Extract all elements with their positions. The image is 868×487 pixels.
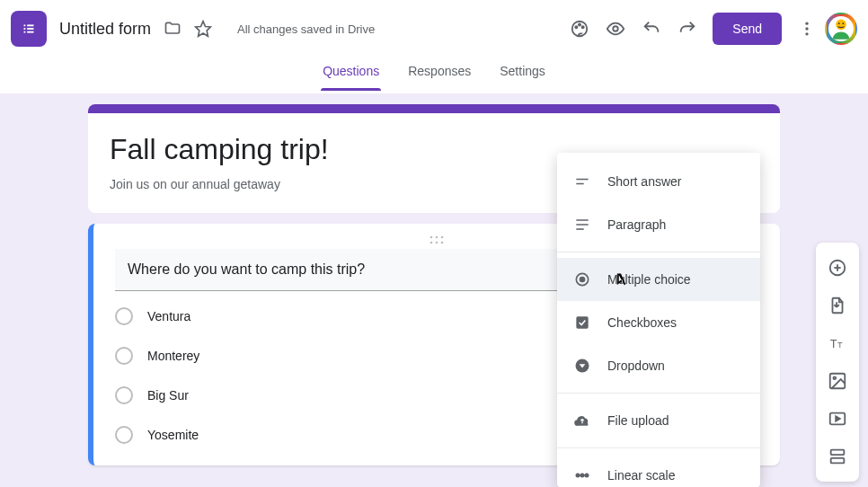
send-button[interactable]: Send bbox=[713, 13, 782, 45]
svg-point-17 bbox=[838, 22, 840, 24]
menu-separator bbox=[557, 252, 760, 252]
svg-point-39 bbox=[580, 474, 583, 476]
short-answer-icon bbox=[573, 173, 591, 190]
dropdown-icon bbox=[573, 357, 591, 375]
section-icon bbox=[828, 447, 847, 466]
import-icon bbox=[828, 296, 847, 315]
svg-point-14 bbox=[805, 27, 808, 30]
svg-rect-1 bbox=[24, 24, 26, 26]
menu-item-checkboxes[interactable]: Checkboxes bbox=[557, 301, 760, 344]
svg-text:T: T bbox=[837, 341, 843, 350]
menu-item-linear-scale[interactable]: Linear scale bbox=[557, 454, 760, 487]
star-button[interactable] bbox=[192, 18, 214, 40]
svg-rect-34 bbox=[576, 316, 588, 328]
menu-label: File upload bbox=[607, 413, 669, 428]
menu-item-dropdown[interactable]: Dropdown bbox=[557, 344, 760, 387]
forms-logo-icon bbox=[19, 19, 39, 39]
move-to-folder-button[interactable] bbox=[162, 18, 183, 40]
svg-point-23 bbox=[436, 242, 438, 244]
redo-button[interactable] bbox=[669, 11, 705, 47]
svg-rect-2 bbox=[27, 24, 33, 26]
document-title[interactable]: Untitled form bbox=[59, 20, 151, 39]
video-icon bbox=[828, 409, 847, 429]
svg-text:T: T bbox=[830, 337, 837, 350]
add-question-button[interactable] bbox=[819, 250, 855, 286]
editor-tabs: Questions Responses Settings bbox=[0, 58, 868, 93]
menu-item-paragraph[interactable]: Paragraph bbox=[557, 203, 760, 246]
import-questions-button[interactable] bbox=[819, 288, 855, 323]
svg-rect-4 bbox=[27, 28, 33, 30]
menu-label: Paragraph bbox=[607, 217, 666, 232]
svg-point-47 bbox=[833, 376, 836, 379]
menu-separator bbox=[557, 393, 760, 394]
add-image-toolbar-button[interactable] bbox=[819, 363, 855, 399]
option-label[interactable]: Yosemite bbox=[147, 428, 199, 442]
tab-questions[interactable]: Questions bbox=[321, 60, 381, 91]
title-icon: TT bbox=[828, 333, 847, 353]
linear-scale-icon bbox=[573, 466, 591, 484]
svg-rect-51 bbox=[831, 458, 845, 463]
svg-point-22 bbox=[430, 242, 433, 244]
menu-label: Linear scale bbox=[607, 468, 676, 483]
svg-rect-6 bbox=[27, 31, 33, 33]
undo-icon bbox=[642, 19, 661, 39]
account-avatar[interactable] bbox=[825, 13, 857, 45]
svg-point-24 bbox=[441, 242, 444, 244]
customize-theme-button[interactable] bbox=[562, 11, 598, 47]
svg-marker-7 bbox=[196, 22, 211, 37]
svg-marker-49 bbox=[836, 416, 840, 421]
add-title-button[interactable]: TT bbox=[819, 325, 855, 361]
svg-point-21 bbox=[441, 236, 444, 239]
save-status: All changes saved in Drive bbox=[237, 22, 375, 36]
svg-point-40 bbox=[585, 474, 588, 476]
radio-icon bbox=[115, 386, 133, 404]
add-video-button[interactable] bbox=[819, 401, 855, 437]
plus-circle-icon bbox=[828, 258, 847, 278]
menu-label: Dropdown bbox=[607, 359, 665, 373]
svg-point-10 bbox=[579, 23, 580, 25]
radio-icon bbox=[115, 426, 133, 444]
add-section-button[interactable] bbox=[819, 438, 855, 474]
preview-button[interactable] bbox=[598, 11, 633, 47]
menu-label: Checkboxes bbox=[607, 315, 677, 330]
menu-item-short-answer[interactable]: Short answer bbox=[557, 160, 760, 203]
question-type-menu[interactable]: Short answer Paragraph Multiple choice C… bbox=[557, 153, 760, 487]
redo-icon bbox=[678, 19, 697, 39]
radio-icon bbox=[115, 307, 133, 325]
palette-icon bbox=[570, 19, 589, 39]
menu-label: Multiple choice bbox=[607, 272, 691, 287]
menu-separator bbox=[557, 447, 760, 448]
cloud-upload-icon bbox=[573, 412, 591, 429]
svg-point-16 bbox=[836, 20, 846, 31]
option-label[interactable]: Ventura bbox=[147, 309, 190, 323]
more-options-button[interactable] bbox=[789, 11, 825, 47]
menu-item-multiple-choice[interactable]: Multiple choice bbox=[557, 258, 760, 301]
svg-rect-3 bbox=[24, 28, 26, 30]
side-toolbar: TT bbox=[816, 243, 859, 482]
radio-icon bbox=[115, 347, 133, 365]
svg-point-33 bbox=[580, 277, 586, 283]
svg-rect-50 bbox=[831, 450, 845, 456]
option-label[interactable]: Monterey bbox=[147, 349, 199, 363]
tab-settings[interactable]: Settings bbox=[498, 60, 547, 91]
tab-responses[interactable]: Responses bbox=[406, 60, 473, 91]
paragraph-icon bbox=[573, 216, 591, 234]
drag-handle-icon bbox=[426, 235, 447, 245]
undo-button[interactable] bbox=[633, 11, 669, 47]
svg-point-20 bbox=[436, 236, 438, 239]
star-icon bbox=[194, 20, 212, 38]
svg-point-19 bbox=[430, 236, 433, 239]
svg-point-13 bbox=[805, 22, 808, 25]
svg-point-11 bbox=[582, 26, 584, 28]
svg-point-38 bbox=[576, 474, 579, 476]
image-icon bbox=[828, 371, 847, 391]
avatar-image bbox=[828, 16, 854, 41]
menu-item-file-upload[interactable]: File upload bbox=[557, 399, 760, 442]
svg-rect-5 bbox=[24, 31, 26, 33]
svg-point-15 bbox=[805, 32, 808, 35]
svg-point-12 bbox=[614, 26, 619, 31]
svg-point-9 bbox=[576, 26, 578, 28]
forms-logo[interactable] bbox=[11, 11, 47, 47]
option-label[interactable]: Big Sur bbox=[147, 388, 189, 403]
more-vertical-icon bbox=[798, 20, 816, 38]
